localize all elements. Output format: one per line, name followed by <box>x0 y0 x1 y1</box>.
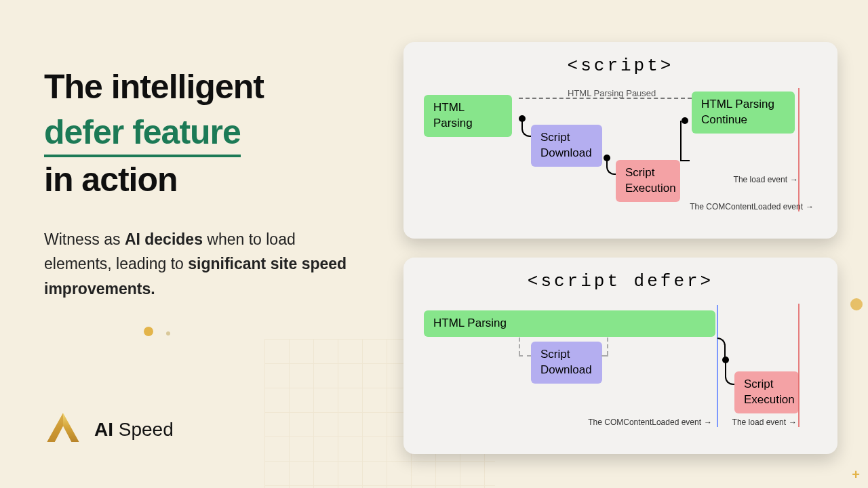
brand: AI Speed <box>44 411 174 449</box>
decoration-plus: + <box>852 467 860 483</box>
brand-name-bold: AI <box>94 419 113 440</box>
dashed-connector <box>519 355 531 357</box>
brand-name-rest: Speed <box>113 419 174 440</box>
connector <box>521 119 531 137</box>
event-dom-label: The COMContentLoaded event→ <box>587 418 712 427</box>
hero-subtext: Witness as AI decides when to load eleme… <box>44 227 363 302</box>
sub-prefix: Witness as <box>44 230 125 248</box>
phase-html-continue: HTML Parsing Continue <box>692 92 795 134</box>
brand-logo-icon <box>44 411 82 449</box>
phase-html-parsing: HTML Parsing <box>424 310 715 337</box>
decoration-side-dot <box>850 298 863 310</box>
diagram-panels: <script> HTML Parsing HTML Parsing Pause… <box>403 42 837 454</box>
sub-bold1: AI decides <box>125 230 203 248</box>
panel-script-defer: <script defer> HTML Parsing Script Downl… <box>403 258 837 454</box>
load-event-line <box>798 88 800 211</box>
event-load-label: The load event→ <box>732 418 797 427</box>
hero-line3: in action <box>44 161 178 199</box>
arrow-right-icon: → <box>790 175 798 184</box>
phase-script-execution: Script Execution <box>734 371 799 413</box>
hero-section: The intelligent defer feature in action … <box>44 64 363 302</box>
connector-vertical <box>680 121 682 161</box>
connector <box>717 338 726 361</box>
brand-text: AI Speed <box>94 419 174 441</box>
connector <box>606 159 616 175</box>
paused-label: HTML Parsing Paused <box>568 88 656 98</box>
event-dom-text: The COMContentLoaded event <box>690 202 803 211</box>
arrow-right-icon: → <box>789 418 797 427</box>
dashed-connector <box>519 338 520 355</box>
event-load-text: The load event <box>732 418 786 427</box>
load-event-line <box>798 304 800 427</box>
decoration-dot-small <box>166 331 170 336</box>
arrow-right-icon: → <box>806 202 814 211</box>
timeline-dot <box>682 117 688 124</box>
dashed-connector <box>601 355 608 357</box>
event-load-label: The load event→ <box>734 175 798 184</box>
domcontentloaded-line <box>717 305 718 427</box>
event-load-text: The load event <box>734 175 787 184</box>
hero-heading: The intelligent defer feature in action <box>44 64 363 203</box>
dashed-connector <box>607 338 608 355</box>
phase-script-execution: Script Execution <box>616 160 680 202</box>
hero-line1: The intelligent <box>44 68 264 106</box>
connector-horiz <box>680 160 690 161</box>
connector <box>725 361 734 385</box>
panel2-title: <script defer> <box>417 271 824 291</box>
phase-script-download: Script Download <box>531 125 602 167</box>
panel-script-sync: <script> HTML Parsing HTML Parsing Pause… <box>403 42 837 239</box>
arrow-right-icon: → <box>704 418 712 427</box>
hero-highlight: defer feature <box>44 110 241 158</box>
diagram-defer: HTML Parsing Script Download Script Exec… <box>417 304 824 439</box>
panel1-title: <script> <box>417 56 824 76</box>
phase-script-download: Script Download <box>531 342 602 384</box>
decoration-dot <box>144 327 153 336</box>
phase-html-parsing: HTML Parsing <box>424 95 512 137</box>
diagram-sync: HTML Parsing HTML Parsing Paused Script … <box>417 88 824 224</box>
event-dom-text: The COMContentLoaded event <box>588 418 701 427</box>
event-dom-label: The COMContentLoaded event→ <box>690 202 814 211</box>
